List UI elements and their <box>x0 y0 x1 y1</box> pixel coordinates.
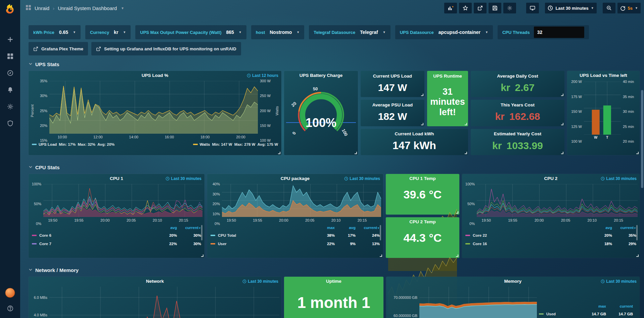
panel-resize-handle[interactable] <box>561 152 563 154</box>
legend-item-ups-load[interactable]: UPS LoadMin: 17% Max: 32% Avg: 20% <box>32 142 114 146</box>
panel-time-range[interactable]: Last 30 minutes <box>344 176 380 181</box>
legend-row[interactable]: Core 620%30% <box>32 231 201 239</box>
panel-title[interactable]: Uptime <box>284 277 383 285</box>
cycle-view-monitor-button[interactable] <box>526 3 539 13</box>
legend-row[interactable]: Core 722%30% <box>32 239 201 248</box>
panel-title[interactable]: UPS Runtime <box>433 71 462 81</box>
user-avatar[interactable] <box>5 288 15 298</box>
breadcrumb[interactable]: Unraid › Unraid System Dashboard ▼ <box>26 5 124 11</box>
panel-time-range[interactable]: Last 12 hours <box>247 73 278 78</box>
panel-title[interactable]: UPS Load % <box>29 71 281 80</box>
panel-resize-handle[interactable] <box>561 123 563 125</box>
panel-title[interactable]: This Years Cost <box>501 100 535 110</box>
plot-area[interactable] <box>43 184 202 217</box>
panel-resize-handle[interactable] <box>456 211 458 214</box>
variable-currency[interactable]: Currencykr▼ <box>85 25 131 39</box>
panel-title[interactable]: Average Daily Cost <box>497 71 538 81</box>
variable-ups-datasource[interactable]: UPS Datasourceapcupsd-container▼ <box>395 25 493 39</box>
panel-title[interactable]: UPS Load vs Time left <box>567 71 640 80</box>
time-range-picker[interactable]: Last 30 minutes ▼ <box>545 3 596 13</box>
panel-resize-handle[interactable] <box>421 123 423 125</box>
panel-resize-handle[interactable] <box>465 123 467 125</box>
configuration-gear-icon[interactable] <box>4 101 16 111</box>
alerting-bell-icon[interactable] <box>4 85 16 95</box>
dashboards-icon[interactable] <box>4 51 16 61</box>
sort-avg[interactable]: avg <box>591 226 612 230</box>
panel-title[interactable]: Average PSU Load <box>372 100 413 110</box>
y-axis-left: 40%30%20%10%0% <box>209 184 222 224</box>
panel-resize-handle[interactable] <box>201 255 203 257</box>
plot-area[interactable] <box>222 184 381 217</box>
server-admin-shield-icon[interactable] <box>4 118 16 128</box>
legend-scrollbar[interactable] <box>201 225 202 240</box>
explore-icon[interactable] <box>4 68 16 78</box>
share-button[interactable] <box>474 3 487 13</box>
panel-resize-handle[interactable] <box>561 94 563 96</box>
dashboard-settings-button[interactable] <box>503 3 516 13</box>
variable-host[interactable]: hostNostromo▼ <box>251 25 305 39</box>
submenu: kWh Price0.65▼ Currencykr▼ UPS Max Outpu… <box>20 16 644 55</box>
help-icon[interactable] <box>4 303 16 313</box>
sort-avg[interactable]: avg <box>335 226 356 230</box>
link-ups-monitoring-guide[interactable]: Setting up Grafana and InfluxDB for UPS … <box>91 42 241 55</box>
legend-item-watts[interactable]: WattsMin: 147 W Max: 278 W Avg: 175 W <box>193 142 278 146</box>
legend-scrollbar[interactable] <box>636 225 638 240</box>
sort-max[interactable]: max <box>579 304 606 308</box>
legend-scrollbar[interactable] <box>380 225 381 240</box>
plot-area[interactable] <box>584 82 621 135</box>
panel-time-range[interactable]: Last 30 minutes <box>601 279 637 284</box>
panel-resize-handle[interactable] <box>636 255 639 257</box>
legend-row[interactable]: CPU Total38%17%24% <box>211 231 380 239</box>
link-grafana-plex-theme[interactable]: Grafana Plex Theme <box>29 42 88 55</box>
panel-title[interactable]: Current Load kWh <box>395 129 434 139</box>
panel-time-range[interactable]: Last 30 minutes <box>601 176 637 181</box>
legend-row[interactable]: User22%9%13% <box>211 239 380 248</box>
sort-current[interactable]: current▼ <box>177 226 201 230</box>
sort-current[interactable]: current <box>606 304 633 308</box>
section-ups-stats[interactable]: UPS Stats <box>29 57 640 71</box>
panel-title[interactable]: Current UPS Load <box>373 71 412 81</box>
sort-current[interactable]: current▼ <box>612 226 636 230</box>
panel-title[interactable]: Estimated Yearly Cost <box>494 129 542 139</box>
panel-time-range[interactable]: Last 30 minutes <box>166 176 201 181</box>
cpu-threads-input[interactable] <box>534 27 584 38</box>
page-scrollbar-thumb[interactable] <box>641 90 643 188</box>
plot-area[interactable] <box>419 287 537 318</box>
sort-current[interactable]: current▼ <box>356 226 380 230</box>
panel-resize-handle[interactable] <box>380 255 382 257</box>
panel-resize-handle[interactable] <box>636 152 639 154</box>
legend-swatch <box>32 144 37 145</box>
panel-resize-handle[interactable] <box>278 152 280 154</box>
zoom-out-button[interactable] <box>603 3 615 13</box>
legend-row[interactable]: Core 2220%35% <box>465 231 636 239</box>
save-button[interactable] <box>489 3 501 13</box>
section-network-memory[interactable]: Network / Memory <box>29 263 640 277</box>
panel-title[interactable]: UPS Battery Charge <box>284 71 358 80</box>
section-cpu-stats[interactable]: CPU Stats <box>29 161 640 174</box>
breadcrumb-folder[interactable]: Unraid <box>35 5 49 11</box>
refresh-button[interactable]: 5s ▼ <box>617 3 641 13</box>
variable-telegraf-datasource[interactable]: Telegraf DatasourceTelegraf▼ <box>309 25 390 39</box>
panel-resize-handle[interactable] <box>355 152 357 154</box>
panel-resize-handle[interactable] <box>421 94 423 96</box>
variable-ups-max-output[interactable]: UPS Max Output Power Capacity (Watt)865▼ <box>135 25 246 39</box>
sort-max[interactable]: max <box>314 226 335 230</box>
plot-area[interactable] <box>477 184 638 217</box>
panel-resize-handle[interactable] <box>465 152 467 154</box>
chevron-down-icon: ▼ <box>73 31 76 34</box>
sort-avg[interactable]: avg <box>156 226 177 230</box>
variable-kwh-price[interactable]: kWh Price0.65▼ <box>29 25 81 39</box>
page-title[interactable]: Unraid System Dashboard <box>58 5 117 11</box>
panel-title[interactable]: CPU 2 Temp <box>409 217 436 226</box>
plot-area[interactable] <box>49 287 279 318</box>
add-panel-button[interactable] <box>444 3 457 13</box>
legend-row[interactable]: Used14.7 GB14.7 GB <box>539 310 633 318</box>
star-button[interactable] <box>459 3 472 13</box>
panel-title[interactable]: CPU 1 Temp <box>409 174 436 183</box>
panel-time-range[interactable]: Last 30 minutes <box>242 279 278 284</box>
panel-resize-handle[interactable] <box>456 255 458 257</box>
plot-area[interactable] <box>49 81 258 134</box>
grafana-logo[interactable] <box>0 0 20 19</box>
create-icon[interactable] <box>4 34 16 44</box>
legend-row[interactable]: Core 1618%29% <box>465 239 636 248</box>
